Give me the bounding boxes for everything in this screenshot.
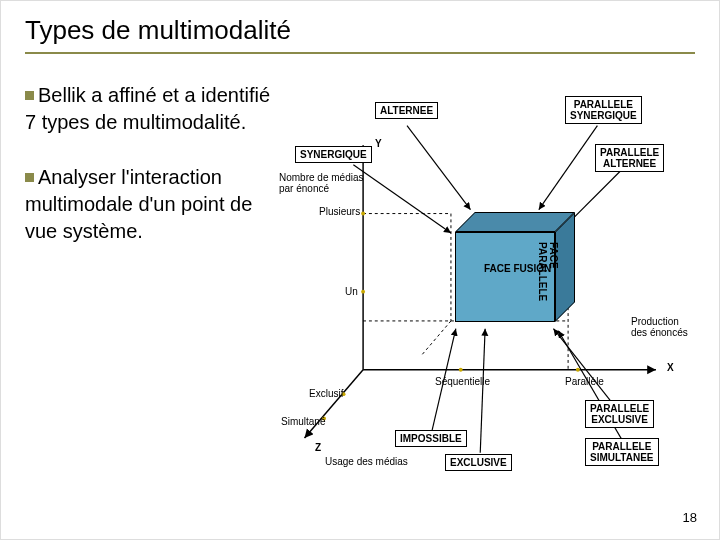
square-bullet-icon [25,173,34,182]
svg-line-2 [305,370,364,438]
bullet-1-text: Bellik a affiné et a identifié 7 types d… [25,84,270,133]
text-column: Bellik a affiné et a identifié 7 types d… [25,82,275,472]
square-bullet-icon [25,91,34,100]
z-tick-exclusif: Exclusif [309,388,343,399]
svg-point-19 [576,368,580,372]
node-impossible: IMPOSSIBLE [395,430,467,447]
z-tick-simultane: Simultané [281,416,325,427]
y-axis-letter: Y [375,138,382,149]
slide-title: Types de multimodalité [25,15,695,54]
diagram: FACE FUSION FACE PARALLELE ALTERNEE PARA… [285,82,695,472]
svg-line-8 [407,126,470,210]
svg-line-15 [558,331,626,448]
z-axis-letter: Z [315,442,321,453]
svg-line-9 [539,126,598,210]
node-parallele-exclusive: PARALLELE EXCLUSIVE [585,400,654,428]
node-parallele-synergique: PARALLELE SYNERGIQUE [565,96,642,124]
node-exclusive: EXCLUSIVE [445,454,512,471]
svg-line-13 [480,329,485,453]
page-number: 18 [683,510,697,525]
node-synergique: SYNERGIQUE [295,146,372,163]
content-row: Bellik a affiné et a identifié 7 types d… [25,82,695,472]
svg-line-14 [553,329,616,409]
svg-line-7 [422,321,451,355]
y-axis-title: Nombre de médias par énoncé [279,172,363,194]
x-tick-sequentielle: Séquentielle [435,376,490,387]
cube: FACE FUSION FACE PARALLELE [455,212,575,322]
bullet-1: Bellik a affiné et a identifié 7 types d… [25,82,275,136]
bullet-2: Analyser l'interaction multimodale d'un … [25,164,275,245]
z-axis-title: Usage des médias [325,456,408,467]
svg-line-10 [353,165,451,233]
node-alternee: ALTERNEE [375,102,438,119]
svg-point-17 [361,290,365,294]
svg-point-16 [361,212,365,216]
y-tick-un: Un [345,286,358,297]
side-face-label: FACE PARALLELE [537,242,559,301]
x-tick-parallele: Parallèle [565,376,604,387]
svg-point-18 [459,368,463,372]
y-tick-plusieurs: Plusieurs [319,206,360,217]
x-axis-letter: X [667,362,674,373]
bullet-2-text: Analyser l'interaction multimodale d'un … [25,166,252,242]
node-parallele-simultanee: PARALLELE SIMULTANEE [585,438,659,466]
x-axis-title: Production des énoncés [631,316,688,338]
node-parallele-alternee: PARALLELE ALTERNEE [595,144,664,172]
